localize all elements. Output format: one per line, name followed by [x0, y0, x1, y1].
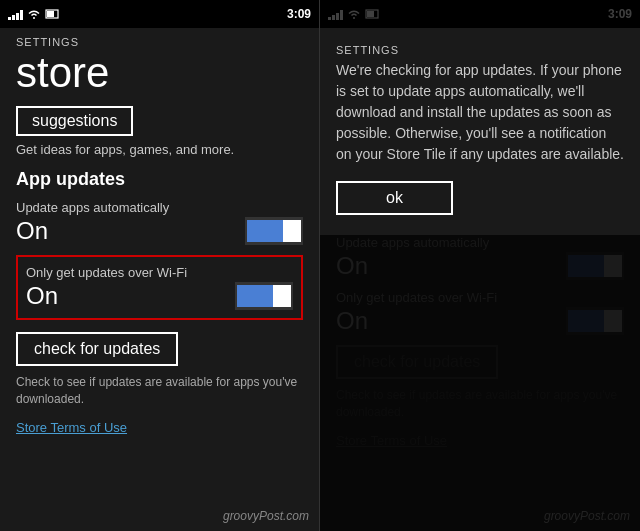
left-panel: 3:09 SETTINGS store suggestions Get idea… [0, 0, 320, 531]
wifi-only-section: Only get updates over Wi-Fi On [16, 255, 303, 320]
dialog-box: SETTINGS We're checking for app updates.… [320, 28, 640, 235]
dialog-body-text: We're checking for app updates. If your … [336, 60, 624, 165]
toggle-track [247, 220, 283, 242]
app-updates-title: App updates [16, 169, 303, 190]
toggle-track-wifi [237, 285, 273, 307]
right-panel: 3:09 SETTINGS Update apps automatically … [320, 0, 640, 531]
update-auto-value-row: On [16, 217, 303, 245]
page-title-left: store [16, 50, 303, 96]
time-left: 3:09 [287, 7, 311, 21]
update-auto-row: Update apps automatically On [16, 200, 303, 245]
wifi-only-value-row: On [26, 282, 293, 310]
get-ideas-text: Get ideas for apps, games, and more. [16, 142, 303, 157]
store-terms-left[interactable]: Store Terms of Use [16, 420, 127, 435]
watermark-left: groovyPost.com [223, 509, 309, 523]
update-auto-toggle[interactable] [245, 217, 303, 245]
status-icons-left [8, 8, 59, 20]
ok-button[interactable]: ok [336, 181, 453, 215]
wifi-only-value: On [26, 282, 58, 310]
suggestions-button[interactable]: suggestions [16, 106, 133, 136]
toggle-knob-wifi [273, 285, 291, 307]
check-updates-button-left[interactable]: check for updates [16, 332, 178, 366]
signal2-icon [45, 8, 59, 20]
check-updates-desc-left: Check to see if updates are available fo… [16, 374, 303, 408]
status-bar-left: 3:09 [0, 0, 319, 28]
settings-label-left: SETTINGS [16, 36, 303, 48]
wifi-icon [27, 8, 41, 20]
dialog-settings-label: SETTINGS [336, 44, 624, 56]
update-auto-label: Update apps automatically [16, 200, 303, 215]
signal-icon [8, 8, 23, 20]
update-auto-value: On [16, 217, 48, 245]
svg-rect-1 [47, 11, 54, 17]
wifi-only-toggle[interactable] [235, 282, 293, 310]
wifi-only-label: Only get updates over Wi-Fi [26, 265, 293, 280]
toggle-knob [283, 220, 301, 242]
left-content: SETTINGS store suggestions Get ideas for… [0, 28, 319, 444]
